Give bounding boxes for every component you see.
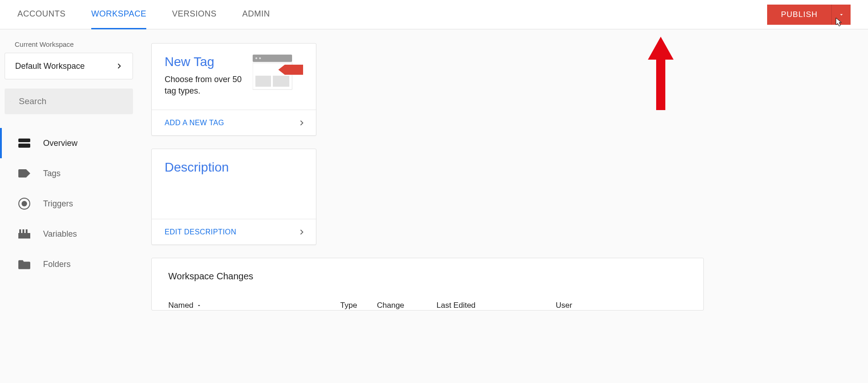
search-box[interactable] xyxy=(5,89,133,114)
sidebar-item-tags[interactable]: Tags xyxy=(0,158,138,189)
add-new-tag-button[interactable]: ADD A NEW TAG xyxy=(152,110,316,135)
card-action-label: EDIT DESCRIPTION xyxy=(165,228,236,236)
edit-description-button[interactable]: EDIT DESCRIPTION xyxy=(152,219,316,244)
sidebar: Current Workspace Default Workspace Over… xyxy=(0,29,138,311)
card-action-label: ADD A NEW TAG xyxy=(165,119,224,127)
sidebar-item-folders[interactable]: Folders xyxy=(0,249,138,279)
workspace-selector[interactable]: Default Workspace xyxy=(5,53,133,79)
tab-workspace[interactable]: WORKSPACE xyxy=(91,0,146,29)
column-header-change[interactable]: Change xyxy=(377,301,437,310)
svg-rect-0 xyxy=(18,139,30,142)
current-workspace-label: Current Workspace xyxy=(0,40,138,53)
publish-dropdown-button[interactable] xyxy=(831,5,851,25)
publish-button-group: PUBLISH xyxy=(767,5,851,25)
card-title: Description xyxy=(165,160,303,175)
description-card: Description EDIT DESCRIPTION xyxy=(151,149,316,245)
sidebar-item-label: Variables xyxy=(43,229,77,239)
column-header-user[interactable]: User xyxy=(556,301,602,310)
publish-button[interactable]: PUBLISH xyxy=(767,5,831,25)
new-tag-card: New Tag Choose from over 50 tag types. A… xyxy=(151,43,316,136)
chevron-right-icon xyxy=(297,118,307,128)
sort-asc-icon xyxy=(196,303,202,308)
sidebar-item-overview[interactable]: Overview xyxy=(0,128,138,158)
chevron-down-icon xyxy=(838,11,845,18)
main-content: New Tag Choose from over 50 tag types. A… xyxy=(138,29,868,311)
radio-icon xyxy=(18,198,30,210)
search-icon xyxy=(10,95,11,107)
sidebar-item-variables[interactable]: Variables xyxy=(0,219,138,249)
column-header-last-edited[interactable]: Last Edited xyxy=(437,301,556,310)
sidebar-item-label: Overview xyxy=(43,139,77,148)
top-nav: ACCOUNTS WORKSPACE VERSIONS ADMIN PUBLIS… xyxy=(0,0,868,29)
cursor-icon xyxy=(835,17,844,28)
svg-rect-6 xyxy=(22,229,24,233)
tab-accounts[interactable]: ACCOUNTS xyxy=(17,0,66,29)
svg-rect-5 xyxy=(19,229,21,233)
svg-point-3 xyxy=(22,201,27,206)
card-subtitle: Choose from over 50 tag types. xyxy=(165,74,253,97)
sidebar-nav: Overview Tags Triggers Variables Folders xyxy=(0,128,138,279)
tab-versions[interactable]: VERSIONS xyxy=(172,0,216,29)
tag-graphic-icon xyxy=(253,55,303,97)
sidebar-item-triggers[interactable]: Triggers xyxy=(0,189,138,219)
svg-rect-13 xyxy=(273,76,289,87)
variable-icon xyxy=(18,228,30,240)
folder-icon xyxy=(18,258,30,270)
column-header-type[interactable]: Type xyxy=(340,301,377,310)
column-header-named[interactable]: Named xyxy=(168,301,340,310)
label-icon xyxy=(18,167,30,179)
svg-point-10 xyxy=(259,57,261,59)
annotation-arrow-icon xyxy=(648,37,674,112)
svg-rect-1 xyxy=(18,144,30,148)
svg-point-9 xyxy=(255,57,257,59)
workspace-changes-panel: Workspace Changes Named Type Change Last… xyxy=(151,258,704,311)
tab-admin[interactable]: ADMIN xyxy=(242,0,270,29)
panel-heading: Workspace Changes xyxy=(168,271,687,282)
sidebar-item-label: Triggers xyxy=(43,199,73,209)
svg-rect-12 xyxy=(255,76,271,87)
card-title: New Tag xyxy=(165,55,253,69)
sidebar-item-label: Folders xyxy=(43,260,71,269)
table-header-row: Named Type Change Last Edited User xyxy=(168,301,687,310)
svg-rect-4 xyxy=(18,233,30,239)
svg-rect-8 xyxy=(253,55,292,62)
dashboard-icon xyxy=(18,137,30,149)
search-input[interactable] xyxy=(19,96,127,106)
workspace-name: Default Workspace xyxy=(15,61,85,71)
chevron-right-icon xyxy=(297,227,307,237)
svg-rect-7 xyxy=(26,229,28,233)
sidebar-item-label: Tags xyxy=(43,169,61,178)
chevron-right-icon xyxy=(114,61,124,71)
